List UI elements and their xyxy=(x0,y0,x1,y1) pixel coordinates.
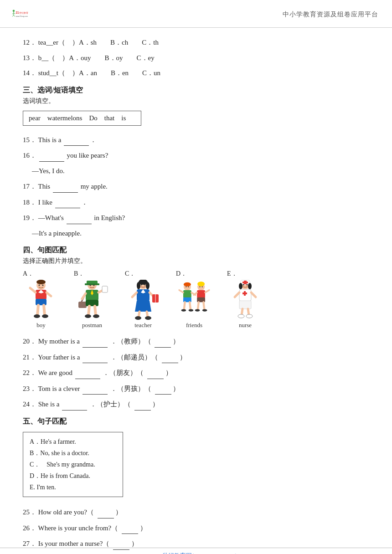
q17-text: This xyxy=(38,183,50,190)
svg-rect-24 xyxy=(85,283,99,285)
q20-num: 20． xyxy=(23,338,36,345)
question-19-ans: —It's a pineapple. xyxy=(32,228,369,240)
q14-text: stud__t（ ）A．an B．en C．un xyxy=(38,69,160,77)
main-content: 12． tea__er（ ）A．sh B．ch C．th 13． b__（ ）A… xyxy=(0,28,392,554)
q21-answer-paren xyxy=(162,351,178,364)
svg-rect-30 xyxy=(102,286,108,292)
sentence-option-d: D．He is from Canada. xyxy=(30,470,116,482)
svg-line-33 xyxy=(88,306,89,315)
svg-point-65 xyxy=(189,309,194,311)
svg-point-19 xyxy=(42,314,48,318)
section3-title: 三、选词/短语填空 xyxy=(23,86,369,95)
question-25: 25． How old are you?（ ） xyxy=(23,506,369,518)
q22-answer-paren xyxy=(147,367,164,379)
q25-answer-paren xyxy=(98,506,114,518)
question-20: 20． My mother is a ．（教师）（ ） xyxy=(23,335,369,348)
section4-desc: 选择正确图片并填空。 xyxy=(23,257,369,265)
q16-blank xyxy=(39,149,64,162)
q17-text2: my apple. xyxy=(81,183,108,190)
svg-point-79 xyxy=(202,286,203,287)
q14-num: 14． xyxy=(23,69,36,77)
svg-rect-91 xyxy=(239,301,251,309)
q18-text: I like xyxy=(38,199,52,206)
svg-point-77 xyxy=(188,286,189,287)
q25-num: 25． xyxy=(23,508,36,516)
page-header: 21 世纪教育 www.21cnjy.com 中小学教育资源及组卷应用平台 xyxy=(0,0,392,28)
svg-point-57 xyxy=(184,282,191,287)
q23-num: 23． xyxy=(23,385,36,392)
page-footer: 21 世纪教育网(www.21cnjy.com) xyxy=(0,548,392,554)
q18-blank xyxy=(55,196,80,209)
q19-blank xyxy=(67,212,92,224)
q24-blank xyxy=(62,398,87,410)
q20-text: My mother is a xyxy=(38,338,80,345)
svg-point-75 xyxy=(202,309,207,311)
figure-b-letter: B． xyxy=(74,270,84,278)
q20-hint: ．（教师）（ xyxy=(110,338,151,345)
logo-area: 21 世纪教育 www.21cnjy.com xyxy=(9,5,36,25)
q24-end: ） xyxy=(152,400,159,408)
question-19: 19． —What's in English? xyxy=(23,212,369,224)
q26-answer-paren xyxy=(122,522,138,534)
svg-rect-28 xyxy=(78,302,87,308)
figure-e-label: nurse xyxy=(239,322,252,329)
svg-point-76 xyxy=(186,286,186,287)
figure-c-letter: C． xyxy=(125,270,135,278)
question-26: 26． Where is your uncle from?（ ） xyxy=(23,522,369,534)
svg-text:www.21cnjy.com: www.21cnjy.com xyxy=(16,15,28,17)
q20-answer-paren xyxy=(155,335,171,348)
header-platform-text: 中小学教育资源及组卷应用平台 xyxy=(283,10,378,19)
figure-boy: A． xyxy=(23,270,59,329)
svg-point-42 xyxy=(146,282,150,289)
figure-e-image xyxy=(227,279,263,320)
q19-num: 19． xyxy=(23,214,36,221)
q16-num: 16． xyxy=(23,152,36,159)
figure-teacher: C． xyxy=(125,270,161,329)
svg-line-34 xyxy=(95,306,96,315)
svg-point-67 xyxy=(197,282,205,287)
q23-end: ） xyxy=(173,385,180,392)
svg-point-78 xyxy=(199,286,200,287)
svg-line-5 xyxy=(14,15,15,17)
svg-line-62 xyxy=(184,302,185,309)
svg-point-74 xyxy=(195,309,200,311)
q19-text2: in English? xyxy=(94,214,125,221)
q26-end: ） xyxy=(140,524,147,532)
svg-point-53 xyxy=(145,316,151,320)
figure-friends: D． xyxy=(176,270,212,329)
q15-text: This is a xyxy=(38,136,61,144)
svg-point-52 xyxy=(135,316,141,320)
svg-point-94 xyxy=(238,314,244,318)
figure-c-image xyxy=(125,279,161,320)
q21-num: 21． xyxy=(23,354,36,361)
svg-point-55 xyxy=(144,284,146,286)
sentence-option-b: B．No, she is a doctor. xyxy=(30,447,116,459)
q13-num: 13． xyxy=(23,54,36,62)
q25-end: ） xyxy=(115,508,122,516)
question-21: 21． Your father is a ．（邮递员）（ ） xyxy=(23,351,369,364)
question-15: 15． This is a ． xyxy=(23,134,369,146)
q24-text: She is a xyxy=(38,400,60,408)
sentence-options-box: A．He's a farmer. B．No, she is a doctor. … xyxy=(23,432,123,498)
svg-rect-83 xyxy=(242,282,248,283)
svg-line-4 xyxy=(12,15,14,17)
svg-marker-49 xyxy=(135,301,151,312)
q20-end: ） xyxy=(173,338,180,345)
svg-rect-58 xyxy=(183,290,191,298)
q22-num: 22． xyxy=(23,369,36,376)
question-24: 24． She is a ．（护士）（ ） xyxy=(23,398,369,410)
svg-line-13 xyxy=(30,288,36,292)
question-12: 12． tea__er（ ）A．sh B．ch C．th xyxy=(23,37,369,49)
q20-blank xyxy=(83,335,108,348)
svg-text:21: 21 xyxy=(16,11,20,14)
q13-text: b__（ ）A．ouy B．oy C．ey xyxy=(38,54,155,62)
q15-num: 15． xyxy=(23,136,36,144)
q19-answer: —It's a pineapple. xyxy=(32,230,82,237)
q26-num: 26． xyxy=(23,524,36,532)
section3-desc: 选词填空。 xyxy=(23,97,369,105)
section4-title: 四、句图匹配 xyxy=(23,246,369,255)
figure-a-image xyxy=(23,279,59,320)
svg-point-95 xyxy=(246,314,253,318)
q27-num: 27． xyxy=(23,540,36,547)
svg-line-17 xyxy=(44,305,45,315)
